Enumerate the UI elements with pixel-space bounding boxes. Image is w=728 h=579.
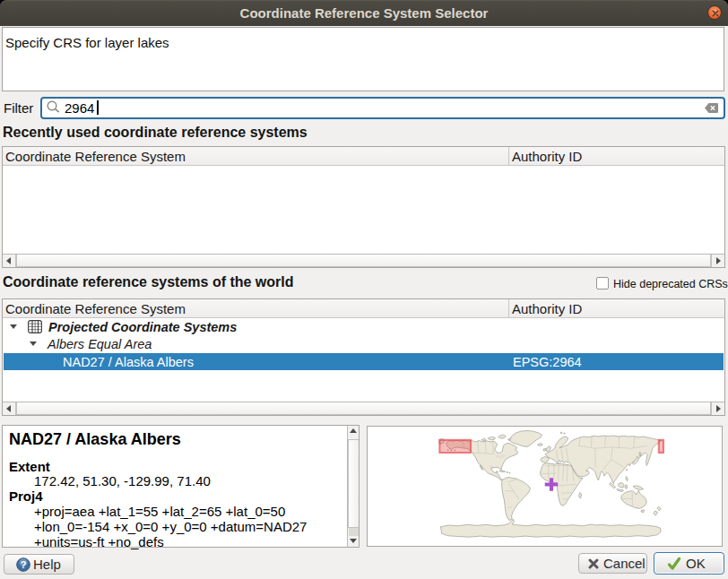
svg-text:?: ?: [21, 559, 27, 570]
